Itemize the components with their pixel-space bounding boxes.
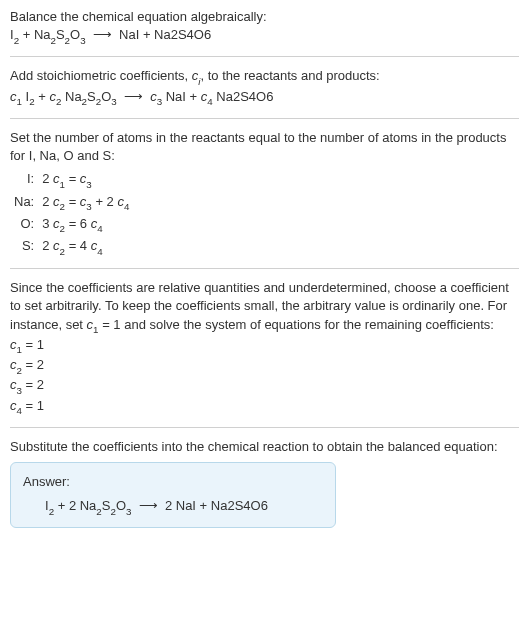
answer-box: Answer: I2 + 2 Na2S2O3 ⟶ 2 NaI + Na2S4O6	[10, 462, 336, 528]
solve-text: Since the coefficients are relative quan…	[10, 279, 519, 336]
element-label: I:	[10, 169, 38, 191]
coeff-value: c1 = 1	[10, 336, 519, 356]
section-answer: Substitute the coefficients into the che…	[10, 428, 519, 539]
element-equation: 2 c2 = c3 + 2 c4	[38, 192, 133, 214]
balanced-equation: I2 + 2 Na2S2O3 ⟶ 2 NaI + Na2S4O6	[23, 497, 323, 517]
atom-balance-text: Set the number of atoms in the reactants…	[10, 129, 519, 165]
element-equation: 2 c1 = c3	[38, 169, 133, 191]
coeff-value: c3 = 2	[10, 376, 519, 396]
section-atom-balance: Set the number of atoms in the reactants…	[10, 119, 519, 269]
coeff-value: c2 = 2	[10, 356, 519, 376]
section-add-coeffs: Add stoichiometric coefficients, ci, to …	[10, 57, 519, 118]
section-solve: Since the coefficients are relative quan…	[10, 269, 519, 428]
substitute-text: Substitute the coefficients into the che…	[10, 438, 519, 456]
section-balance-intro: Balance the chemical equation algebraica…	[10, 8, 519, 57]
element-label: S:	[10, 236, 38, 258]
unbalanced-equation: I2 + Na2S2O3 ⟶ NaI + Na2S4O6	[10, 26, 519, 46]
coeff-equation: c1 I2 + c2 Na2S2O3 ⟶ c3 NaI + c4 Na2S4O6	[10, 88, 519, 108]
table-row: Na: 2 c2 = c3 + 2 c4	[10, 192, 133, 214]
element-equation: 2 c2 = 4 c4	[38, 236, 133, 258]
answer-label: Answer:	[23, 473, 323, 491]
element-label: O:	[10, 214, 38, 236]
table-row: O: 3 c2 = 6 c4	[10, 214, 133, 236]
add-coeffs-text: Add stoichiometric coefficients, ci, to …	[10, 67, 519, 87]
element-label: Na:	[10, 192, 38, 214]
table-row: S: 2 c2 = 4 c4	[10, 236, 133, 258]
element-equation: 3 c2 = 6 c4	[38, 214, 133, 236]
balance-title: Balance the chemical equation algebraica…	[10, 8, 519, 26]
atom-equations-table: I: 2 c1 = c3 Na: 2 c2 = c3 + 2 c4 O: 3 c…	[10, 169, 133, 258]
coeff-value: c4 = 1	[10, 397, 519, 417]
table-row: I: 2 c1 = c3	[10, 169, 133, 191]
